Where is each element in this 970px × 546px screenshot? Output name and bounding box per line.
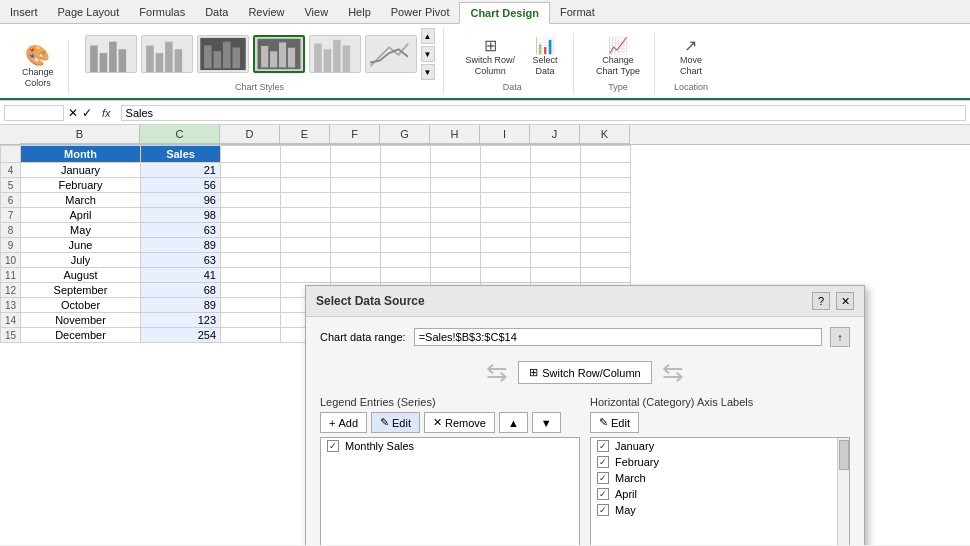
empty-g	[381, 238, 431, 253]
tab-page-layout[interactable]: Page Layout	[48, 2, 130, 23]
month-cell[interactable]: July	[21, 253, 141, 268]
month-cell[interactable]: June	[21, 238, 141, 253]
ribbon-group-chart-styles: ▲ ▼ ▼ Chart Styles	[77, 28, 444, 94]
sales-cell[interactable]: 89	[141, 238, 221, 253]
change-colors-button[interactable]: 🎨 ChangeColors	[16, 40, 60, 92]
cancel-formula-btn[interactable]: ✕	[68, 106, 78, 120]
month-cell[interactable]: March	[21, 193, 141, 208]
empty-g	[381, 193, 431, 208]
tab-help[interactable]: Help	[338, 2, 381, 23]
month-cell[interactable]: September	[21, 283, 141, 298]
tab-chart-design[interactable]: Chart Design	[459, 2, 549, 24]
add-series-button[interactable]: + Add	[320, 412, 367, 433]
axis-list-item[interactable]: January	[591, 438, 849, 454]
sales-cell[interactable]: 56	[141, 178, 221, 193]
axis-item-checkbox[interactable]	[597, 440, 609, 452]
axis-scrollbar[interactable]: ▼	[837, 438, 849, 545]
sales-cell[interactable]: 63	[141, 253, 221, 268]
chart-style-1[interactable]	[85, 35, 137, 73]
sales-cell[interactable]: 96	[141, 193, 221, 208]
cell-reference-input[interactable]	[4, 105, 64, 121]
tab-view[interactable]: View	[294, 2, 338, 23]
edit-series-button[interactable]: ✎ Edit	[371, 412, 420, 433]
series-down-button[interactable]: ▼	[532, 412, 561, 433]
empty-f	[331, 238, 381, 253]
sales-cell[interactable]: 41	[141, 268, 221, 283]
data-range-input[interactable]	[414, 328, 822, 346]
sales-cell[interactable]: 254	[141, 328, 221, 343]
tab-power-pivot[interactable]: Power Pivot	[381, 2, 460, 23]
axis-list-item[interactable]: March	[591, 470, 849, 486]
empty-e	[281, 193, 331, 208]
formula-input[interactable]	[121, 105, 966, 121]
axis-items-container: January February March April May	[591, 438, 849, 518]
data-range-collapse-button[interactable]: ↑	[830, 327, 850, 347]
axis-item-label: April	[615, 488, 637, 500]
axis-list-item[interactable]: February	[591, 454, 849, 470]
chart-style-4[interactable]	[253, 35, 305, 73]
confirm-formula-btn[interactable]: ✓	[82, 106, 92, 120]
axis-item-checkbox[interactable]	[597, 504, 609, 516]
tab-review[interactable]: Review	[238, 2, 294, 23]
legend-list[interactable]: Monthly Sales	[320, 437, 580, 545]
sales-header[interactable]: Sales	[141, 146, 221, 163]
month-cell[interactable]: December	[21, 328, 141, 343]
tab-format[interactable]: Format	[550, 2, 605, 23]
remove-series-button[interactable]: ✕ Remove	[424, 412, 495, 433]
svg-rect-4	[146, 45, 154, 72]
change-chart-type-button[interactable]: 📈 ChangeChart Type	[590, 33, 646, 80]
axis-item-checkbox[interactable]	[597, 456, 609, 468]
sales-cell[interactable]: 68	[141, 283, 221, 298]
sales-cell[interactable]: 98	[141, 208, 221, 223]
month-cell[interactable]: November	[21, 313, 141, 328]
axis-list-item[interactable]: April	[591, 486, 849, 502]
move-chart-button[interactable]: ↗ MoveChart	[671, 33, 711, 80]
dialog-help-button[interactable]: ?	[812, 292, 830, 310]
select-data-button[interactable]: 📊 SelectData	[525, 33, 565, 80]
change-colors-icon: 🎨	[25, 43, 50, 67]
month-cell[interactable]: August	[21, 268, 141, 283]
fx-button[interactable]: fx	[96, 107, 117, 119]
month-cell[interactable]: October	[21, 298, 141, 313]
axis-list-item[interactable]: May	[591, 502, 849, 518]
sales-cell[interactable]: 123	[141, 313, 221, 328]
scroll-down-btn[interactable]: ▼	[421, 46, 435, 62]
chart-style-3[interactable]	[197, 35, 249, 73]
scrollbar-thumb[interactable]	[839, 440, 849, 470]
empty-j	[531, 208, 581, 223]
dialog-close-button[interactable]: ✕	[836, 292, 854, 310]
switch-row-col-area: ⇆ ⊞ Switch Row/Column ⇆	[320, 357, 850, 388]
empty-i	[481, 223, 531, 238]
month-cell[interactable]: April	[21, 208, 141, 223]
switch-row-column-dialog-button[interactable]: ⊞ Switch Row/Column	[518, 361, 651, 384]
tab-formulas[interactable]: Formulas	[129, 2, 195, 23]
chart-style-5[interactable]	[309, 35, 361, 73]
dialog-title: Select Data Source	[316, 294, 425, 308]
month-cell[interactable]: February	[21, 178, 141, 193]
chart-style-2[interactable]	[141, 35, 193, 73]
axis-item-checkbox[interactable]	[597, 472, 609, 484]
sales-cell[interactable]: 63	[141, 223, 221, 238]
month-cell[interactable]: January	[21, 163, 141, 178]
axis-list[interactable]: January February March April May ▼	[590, 437, 850, 545]
month-cell[interactable]: May	[21, 223, 141, 238]
ribbon-tab-bar: Insert Page Layout Formulas Data Review …	[0, 0, 970, 24]
scroll-expand-btn[interactable]: ▼	[421, 64, 435, 80]
monthly-sales-label: Monthly Sales	[345, 440, 414, 452]
sales-cell[interactable]: 21	[141, 163, 221, 178]
month-header[interactable]: Month	[21, 146, 141, 163]
tab-insert[interactable]: Insert	[0, 2, 48, 23]
legend-entries-label: Legend Entries (Series)	[320, 396, 580, 408]
edit-axis-button[interactable]: ✎ Edit	[590, 412, 639, 433]
list-item-monthly-sales[interactable]: Monthly Sales	[321, 438, 579, 454]
chart-style-6[interactable]	[365, 35, 417, 73]
scroll-up-btn[interactable]: ▲	[421, 28, 435, 44]
tab-data[interactable]: Data	[195, 2, 238, 23]
sales-cell[interactable]: 89	[141, 298, 221, 313]
axis-item-checkbox[interactable]	[597, 488, 609, 500]
monthly-sales-checkbox[interactable]	[327, 440, 339, 452]
switch-row-column-button[interactable]: ⊞ Switch Row/Column	[460, 33, 522, 80]
series-up-button[interactable]: ▲	[499, 412, 528, 433]
chart-styles-scroll[interactable]: ▲ ▼ ▼	[421, 28, 435, 80]
move-chart-icon: ↗	[684, 36, 697, 55]
